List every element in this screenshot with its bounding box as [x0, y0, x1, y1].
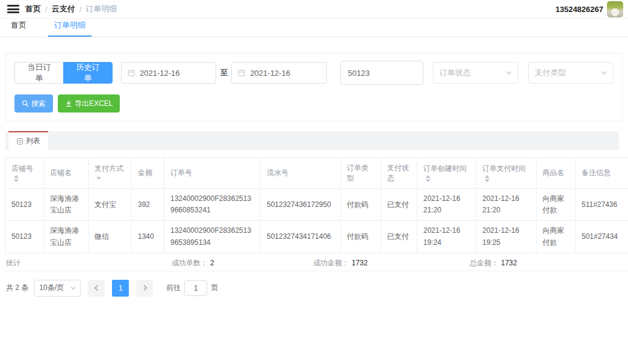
- cell-shop-name: 深海渔港宝山店: [44, 221, 89, 253]
- date-range-to-label: 至: [220, 67, 228, 78]
- col-header-create-time[interactable]: 订单创建时间: [417, 158, 476, 189]
- tab-order-detail[interactable]: 订单明细: [48, 16, 92, 37]
- order-status-placeholder: 订单状态: [440, 67, 471, 78]
- col-header-pay-method[interactable]: 支付方式: [89, 158, 132, 189]
- calendar-icon: [238, 69, 245, 76]
- pay-type-select[interactable]: 支付类型: [528, 62, 614, 84]
- date-to-input[interactable]: 2021-12-16: [231, 62, 326, 84]
- table-row[interactable]: 50123 深海渔港宝山店 支付宝 392 13240002900F283625…: [5, 189, 628, 221]
- order-status-select[interactable]: 订单状态: [433, 62, 518, 84]
- breadcrumb-section[interactable]: 云支付: [52, 4, 75, 14]
- summary-row: 统计 成功单数：2 成功金额：1732 总金额：1732: [5, 253, 628, 271]
- cell-serial-number: 5012327436172950: [261, 189, 341, 221]
- pay-type-placeholder: 支付类型: [535, 67, 566, 78]
- cell-remark: 501#27434: [576, 221, 628, 253]
- goto-label: 前往: [166, 283, 181, 293]
- cell-product-name: 向商家付款: [536, 221, 576, 253]
- col-header-order-type: 订单类型: [341, 158, 381, 189]
- table-header-row: 店铺号 店铺名 支付方式 金额 订单号 流水号 订单类型 支付状态 订单创建时间…: [5, 158, 628, 189]
- chevron-down-icon: [506, 71, 512, 75]
- user-phone: 13524826267: [555, 5, 603, 14]
- breadcrumb-home[interactable]: 首页: [25, 4, 41, 14]
- col-header-shop-number[interactable]: 店铺号: [5, 158, 44, 189]
- success-count: 成功单数：2: [172, 258, 214, 268]
- next-page-button[interactable]: [136, 280, 153, 297]
- cell-shop-name: 深海渔港宝山店: [44, 189, 89, 221]
- sort-icon[interactable]: [14, 175, 19, 182]
- today-orders-button[interactable]: 当日订单: [14, 62, 63, 84]
- cell-pay-status: 已支付: [381, 189, 417, 221]
- cell-pay-status: 已支付: [381, 221, 417, 253]
- col-header-pay-time[interactable]: 订单支付时间: [476, 158, 536, 189]
- table-row[interactable]: 50123 深海渔港宝山店 微信 1340 13240002900F283625…: [5, 221, 628, 253]
- prev-page-button[interactable]: [88, 280, 105, 297]
- history-orders-button[interactable]: 历史订单: [63, 62, 113, 84]
- col-header-product-name: 商品名: [536, 158, 576, 189]
- cell-pay-method: 支付宝: [89, 189, 132, 221]
- summary-title: 统计: [6, 258, 20, 268]
- breadcrumb: 首页 / 云支付 / 订单明细: [25, 4, 117, 14]
- search-button-label: 搜索: [31, 99, 46, 109]
- avatar[interactable]: [607, 1, 623, 17]
- breadcrumb-separator: /: [79, 5, 82, 14]
- col-header-pay-status: 支付状态: [381, 158, 417, 189]
- user-area: 13524826267: [555, 1, 623, 17]
- total-amount: 总金额：1732: [470, 258, 517, 268]
- pagination: 共 2 条 10条/页 1 前往 页: [6, 280, 628, 297]
- goto-suffix: 页: [211, 283, 218, 293]
- pagination-total: 共 2 条: [6, 283, 28, 293]
- col-header-order-number: 订单号: [164, 158, 261, 189]
- breadcrumb-current: 订单明细: [85, 4, 117, 14]
- col-header-amount: 金额: [132, 158, 164, 189]
- cell-order-number: 13240002900F283625139660853241: [164, 189, 261, 221]
- export-button-label: 导出EXCEL: [75, 99, 113, 109]
- cell-shop-number: 50123: [5, 189, 44, 221]
- date-from-value: 2021-12-16: [140, 69, 180, 78]
- cell-pay-time: 2021-12-16 21:20: [476, 189, 536, 221]
- date-from-input[interactable]: 2021-12-16: [121, 62, 216, 84]
- cell-shop-number: 50123: [5, 221, 44, 253]
- order-range-toggle: 当日订单 历史订单: [14, 62, 113, 84]
- cell-remark: 511#27436: [576, 189, 628, 221]
- cell-amount: 1340: [132, 221, 164, 253]
- sort-icon[interactable]: [485, 175, 490, 182]
- col-header-remark: 备注信息: [576, 158, 628, 189]
- col-header-serial-number: 流水号: [261, 158, 341, 189]
- hamburger-menu-icon[interactable]: [7, 5, 19, 13]
- breadcrumb-separator: /: [45, 5, 48, 14]
- order-table: 店铺号 店铺名 支付方式 金额 订单号 流水号 订单类型 支付状态 订单创建时间…: [5, 157, 628, 253]
- cell-product-name: 向商家付款: [536, 189, 576, 221]
- page-number-button[interactable]: 1: [112, 280, 129, 297]
- calendar-icon: [128, 69, 135, 76]
- search-icon: [22, 100, 29, 107]
- list-icon: [16, 138, 23, 145]
- cell-order-type: 付款码: [341, 221, 381, 253]
- nav-tab-bar: 首页 订单明细: [0, 19, 628, 37]
- search-button[interactable]: 搜索: [14, 94, 53, 113]
- col-header-shop-name: 店铺名: [44, 158, 89, 189]
- tab-list[interactable]: 列表: [8, 131, 48, 150]
- cell-order-number: 13240002900F283625139653895134: [164, 221, 261, 253]
- goto-page: 前往 页: [166, 280, 218, 296]
- export-excel-button[interactable]: 导出EXCEL: [58, 94, 120, 113]
- chevron-down-icon: [601, 71, 607, 75]
- sort-icon[interactable]: [426, 175, 431, 182]
- tab-list-label: 列表: [26, 136, 40, 146]
- shop-number-input[interactable]: [340, 61, 423, 85]
- goto-page-input[interactable]: [184, 280, 207, 296]
- cell-order-type: 付款码: [341, 189, 381, 221]
- list-tab-bar: 列表: [5, 131, 619, 150]
- filter-icon[interactable]: [96, 177, 101, 180]
- cell-pay-time: 2021-12-16 19:25: [476, 221, 536, 253]
- cell-amount: 392: [132, 189, 164, 221]
- download-icon: [65, 100, 72, 107]
- page-size-select[interactable]: 10条/页: [34, 280, 81, 297]
- cell-create-time: 2021-12-16 21:20: [417, 189, 476, 221]
- tab-home[interactable]: 首页: [5, 16, 33, 37]
- filter-panel: 当日订单 历史订单 2021-12-16 至 2021-12-16 订单状态 支…: [5, 53, 623, 122]
- top-bar: 首页 / 云支付 / 订单明细 13524826267: [0, 0, 628, 19]
- chevron-down-icon: [70, 286, 76, 290]
- order-table-container: 店铺号 店铺名 支付方式 金额 订单号 流水号 订单类型 支付状态 订单创建时间…: [0, 157, 628, 253]
- cell-create-time: 2021-12-16 19:24: [417, 221, 476, 253]
- date-to-value: 2021-12-16: [250, 69, 290, 78]
